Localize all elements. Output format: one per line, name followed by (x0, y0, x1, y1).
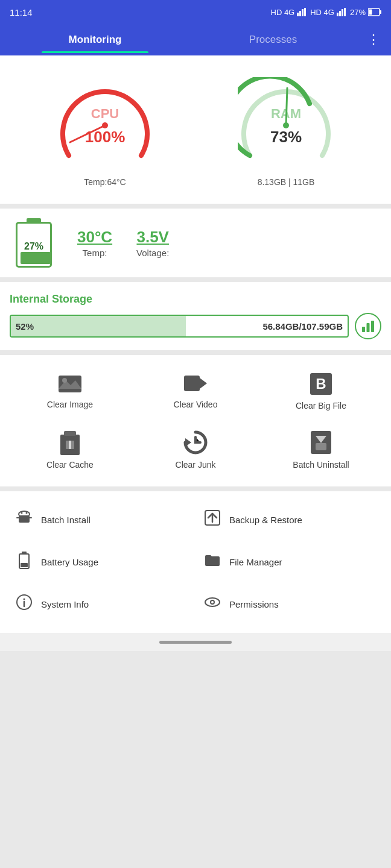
clear-cache-label: Clear Cache (46, 460, 94, 470)
svg-marker-32 (185, 438, 191, 447)
svg-rect-45 (22, 552, 27, 555)
eye-icon (204, 594, 221, 611)
battery-voltage-val: 3.5V (136, 228, 169, 247)
svg-rect-46 (21, 563, 28, 567)
svg-text:100%: 100% (85, 128, 126, 146)
permissions-icon (203, 594, 222, 615)
batch-uninstall-button[interactable]: Batch Uninstall (261, 425, 381, 474)
clear-video-label: Clear Video (174, 400, 218, 409)
ram-detail: 8.13GB | 11GB (258, 177, 315, 187)
clear-junk-button[interactable]: Clear Junk (135, 425, 256, 474)
svg-text:73%: 73% (270, 128, 302, 146)
svg-rect-5 (339, 11, 341, 16)
battery-status: 27% (350, 8, 366, 17)
network2-label: HD 4G (310, 8, 334, 17)
clear-video-button[interactable]: Clear Video (135, 367, 256, 415)
battery-usage-item[interactable]: Battery Usage (10, 542, 193, 582)
svg-rect-9 (380, 10, 382, 14)
clear-image-icon (57, 372, 83, 395)
storage-bar: 52% 56.84GB/107.59GB (10, 315, 349, 338)
battery-temp-val: 30°C (77, 228, 112, 247)
tab-monitoring[interactable]: Monitoring (6, 27, 184, 53)
svg-rect-0 (297, 13, 299, 16)
system-info-item[interactable]: System Info (10, 585, 193, 623)
home-bar (159, 641, 232, 644)
svg-text:B: B (316, 376, 326, 392)
backup-restore-icon (203, 509, 222, 530)
svg-point-40 (21, 512, 23, 514)
battery-icon: 27% (14, 218, 53, 268)
home-indicator (0, 633, 391, 651)
chart-icon (361, 319, 375, 333)
svg-rect-6 (342, 9, 343, 16)
backup-icon (204, 509, 221, 526)
file-manager-icon (203, 552, 222, 573)
menu-button[interactable]: ⋮ (362, 27, 385, 52)
battery-usage-label: Battery Usage (41, 557, 98, 567)
batch-uninstall-label: Batch Uninstall (293, 460, 349, 470)
cpu-gauge: CPU 100% Temp:64°C (57, 77, 153, 187)
clear-junk-label: Clear Junk (176, 460, 216, 470)
storage-detail: 56.84GB/107.59GB (262, 321, 343, 332)
battery-menu-icon (18, 551, 30, 569)
info-icon (16, 594, 33, 611)
svg-point-14 (102, 122, 108, 128)
network1-label: HD 4G (271, 8, 295, 17)
clear-image-button[interactable]: Clear Image (10, 367, 130, 415)
svg-rect-22 (59, 376, 81, 392)
android-icon (16, 509, 33, 526)
svg-rect-1 (299, 11, 301, 16)
storage-title: Internal Storage (10, 293, 381, 306)
svg-point-18 (283, 122, 289, 128)
batch-install-item[interactable]: Batch Install (10, 501, 193, 539)
svg-rect-10 (369, 10, 372, 15)
batch-install-label: Batch Install (41, 515, 91, 525)
signal1-icon (297, 8, 308, 16)
storage-chart-button[interactable] (355, 313, 381, 339)
permissions-item[interactable]: Permissions (198, 585, 381, 623)
svg-rect-4 (337, 13, 339, 16)
actions-grid: Clear Image Clear Video B Clear Big File (10, 367, 381, 474)
svg-point-48 (24, 599, 25, 600)
svg-rect-7 (344, 8, 346, 16)
battery-temp: 30°C Temp: (77, 228, 112, 258)
svg-marker-26 (200, 378, 207, 389)
ram-gauge: RAM 73% 8.13GB | 11GB (238, 77, 334, 187)
svg-line-17 (286, 88, 287, 125)
battery-usage-icon (14, 551, 34, 573)
time: 11:14 (10, 7, 33, 17)
clear-cache-button[interactable]: Clear Cache (10, 425, 130, 474)
svg-rect-37 (19, 515, 30, 523)
ram-gauge-svg: RAM 73% (238, 77, 334, 174)
clear-junk-icon (183, 430, 208, 455)
svg-rect-2 (302, 9, 304, 16)
svg-rect-25 (184, 376, 200, 391)
batch-uninstall-icon (308, 430, 334, 455)
storage-card: Internal Storage 52% 56.84GB/107.59GB (0, 282, 391, 350)
status-icons: HD 4G HD 4G 27% (271, 8, 382, 17)
cpu-ram-card: CPU 100% Temp:64°C RAM 73% (0, 55, 391, 204)
bottom-menu: Batch Install Backup & Restore (0, 491, 391, 633)
system-info-icon (14, 594, 34, 615)
svg-rect-30 (64, 431, 76, 436)
battery-status-icon (368, 8, 381, 16)
clear-big-file-icon: B (308, 372, 334, 396)
clear-big-file-button[interactable]: B Clear Big File (261, 367, 381, 415)
battery-card: 27% 30°C Temp: 3.5V Voltage: (0, 209, 391, 277)
svg-rect-19 (362, 327, 365, 332)
svg-rect-3 (304, 8, 306, 16)
battery-temp-label: Temp: (83, 248, 107, 258)
svg-rect-21 (371, 321, 374, 332)
clear-image-label: Clear Image (47, 400, 93, 409)
file-manager-label: File Manager (229, 557, 282, 567)
tab-processes[interactable]: Processes (184, 27, 362, 53)
signal2-icon (337, 8, 348, 16)
clear-big-file-label: Clear Big File (296, 401, 346, 410)
backup-restore-item[interactable]: Backup & Restore (198, 501, 381, 539)
svg-text:CPU: CPU (91, 106, 119, 121)
actions-card: Clear Image Clear Video B Clear Big File (0, 355, 391, 486)
svg-rect-20 (367, 323, 370, 332)
file-manager-item[interactable]: File Manager (198, 542, 381, 582)
cpu-temp: Temp:64°C (84, 177, 126, 187)
clear-cache-icon (58, 430, 82, 455)
